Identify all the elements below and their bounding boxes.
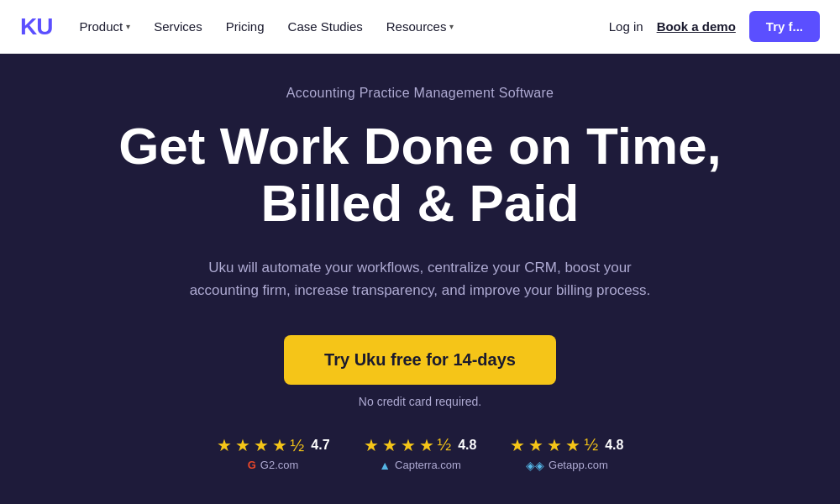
g2-source: G G2.com	[248, 459, 299, 471]
star-half: ½	[291, 436, 305, 455]
nav-item-resources[interactable]: Resources ▾	[386, 19, 454, 34]
capterra-score: 4.8	[458, 438, 476, 453]
star-c-half: ½	[438, 435, 452, 454]
star-g2: ★	[528, 435, 543, 455]
navbar: KU Product ▾ Services Pricing Case Studi…	[0, 0, 840, 54]
hero-subtitle: Accounting Practice Management Software	[286, 86, 554, 101]
star-2: ★	[235, 435, 250, 455]
star-c1: ★	[364, 435, 379, 455]
g2-icon: G	[248, 459, 256, 471]
star-1: ★	[217, 435, 232, 455]
getapp-icon: ◈◈	[526, 459, 544, 472]
hero-section: Accounting Practice Management Software …	[0, 54, 840, 504]
ratings-row: ★ ★ ★ ★ ½ 4.7 G G2.com ★ ★ ★ ★ ½ 4.8	[217, 435, 624, 472]
capterra-source: ▲ Capterra.com	[379, 459, 461, 472]
star-g4: ★	[565, 435, 580, 455]
chevron-down-icon-2: ▾	[449, 22, 454, 31]
nav-item-product[interactable]: Product ▾	[79, 19, 130, 34]
cta-button[interactable]: Try Uku free for 14-days	[284, 335, 556, 385]
star-c3: ★	[401, 435, 416, 455]
star-3: ★	[254, 435, 269, 455]
star-g1: ★	[510, 435, 525, 455]
star-g3: ★	[547, 435, 562, 455]
star-c2: ★	[382, 435, 397, 455]
g2-score: 4.7	[311, 438, 329, 453]
nav-links: Product ▾ Services Pricing Case Studies …	[79, 19, 608, 34]
capterra-icon: ▲	[379, 459, 391, 472]
try-free-button[interactable]: Try f...	[749, 11, 820, 42]
brand-logo[interactable]: KU	[20, 13, 52, 40]
rating-g2: ★ ★ ★ ★ ½ 4.7 G G2.com	[217, 435, 330, 471]
rating-capterra: ★ ★ ★ ★ ½ 4.8 ▲ Capterra.com	[364, 435, 477, 472]
book-demo-button[interactable]: Book a demo	[657, 19, 736, 34]
star-c4: ★	[419, 435, 434, 455]
getapp-score: 4.8	[605, 438, 623, 453]
rating-getapp: ★ ★ ★ ★ ½ 4.8 ◈◈ Getapp.com	[510, 435, 623, 472]
nav-item-case-studies[interactable]: Case Studies	[288, 19, 363, 34]
navbar-actions: Log in Book a demo Try f...	[609, 11, 820, 42]
hero-description: Uku will automate your workflows, centra…	[185, 256, 655, 302]
star-4: ★	[272, 435, 287, 455]
login-button[interactable]: Log in	[609, 19, 643, 34]
no-credit-card-text: No credit card required.	[359, 395, 481, 408]
hero-title: Get Work Done on Time, Billed & Paid	[118, 118, 722, 232]
nav-item-pricing[interactable]: Pricing	[226, 19, 265, 34]
getapp-source: ◈◈ Getapp.com	[526, 459, 608, 472]
chevron-down-icon: ▾	[126, 22, 130, 31]
star-g-half: ½	[584, 435, 598, 454]
nav-item-services[interactable]: Services	[154, 19, 202, 34]
